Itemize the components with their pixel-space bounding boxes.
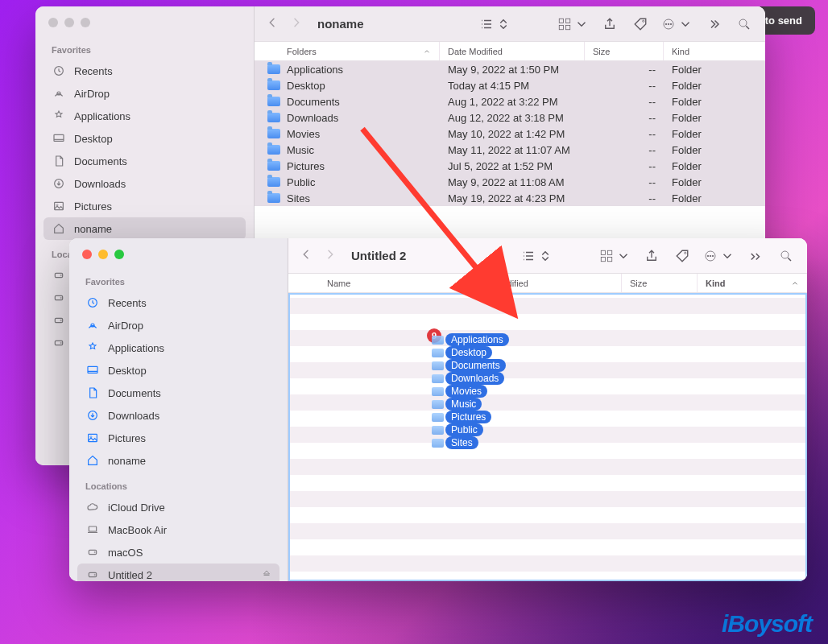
- file-kind: Folder: [664, 112, 765, 124]
- drag-item: Music: [432, 398, 482, 411]
- table-row[interactable]: MusicMay 11, 2022 at 11:07 AM--Folder: [255, 142, 765, 158]
- sidebar-item-noname[interactable]: noname: [77, 449, 279, 472]
- table-row[interactable]: DocumentsAug 1, 2022 at 3:22 PM--Folder: [255, 93, 765, 109]
- col-date[interactable]: Date Modified: [440, 42, 585, 60]
- svg-point-43: [712, 255, 714, 257]
- minimize-button[interactable]: [98, 250, 108, 259]
- sidebar-item-desktop[interactable]: Desktop: [43, 127, 246, 150]
- sidebar-item-label: Pictures: [74, 200, 112, 213]
- folder-icon: [267, 64, 280, 74]
- sidebar-item-documents[interactable]: Documents: [43, 150, 246, 172]
- minimize-button[interactable]: [64, 18, 74, 27]
- close-button[interactable]: [48, 18, 58, 27]
- file-size: --: [585, 80, 664, 92]
- clock-icon: [85, 295, 100, 310]
- drag-item-label: Documents: [445, 359, 506, 372]
- view-list-button[interactable]: [521, 249, 553, 263]
- group-by-button[interactable]: [599, 249, 631, 263]
- table-row[interactable]: DownloadsAug 12, 2022 at 3:18 PM--Folder: [255, 109, 765, 126]
- drag-item: Downloads: [432, 372, 504, 385]
- table-row[interactable]: ApplicationsMay 9, 2022 at 1:50 PM--Fold…: [255, 61, 765, 77]
- svg-rect-17: [566, 25, 570, 29]
- sidebar-item-airdrop[interactable]: AirDrop: [43, 82, 246, 105]
- sidebar-item-pictures[interactable]: Pictures: [43, 195, 246, 217]
- folder-icon: [267, 145, 280, 155]
- watermark: iBoysoft: [722, 610, 812, 638]
- svg-rect-26: [88, 366, 97, 373]
- sidebar-item-untitled-2[interactable]: Untitled 2: [77, 564, 279, 581]
- svg-point-9: [60, 297, 61, 298]
- folder-icon: [432, 361, 444, 370]
- group-by-button[interactable]: [557, 17, 589, 31]
- sidebar-item-applications[interactable]: Applications: [43, 105, 246, 127]
- sidebar-item-noname[interactable]: noname: [43, 217, 246, 240]
- sidebar-item-label: Downloads: [74, 178, 126, 190]
- airdrop-icon: [52, 86, 66, 101]
- sidebar-item-label: Applications: [74, 110, 130, 122]
- close-button[interactable]: [82, 250, 92, 259]
- sidebar-item-applications[interactable]: Applications: [77, 336, 279, 359]
- search-button[interactable]: [735, 14, 754, 34]
- col-size[interactable]: Size: [622, 274, 698, 292]
- col-kind[interactable]: Kind: [698, 274, 807, 292]
- view-list-button[interactable]: [479, 17, 511, 31]
- date-modified: Aug 1, 2022 at 3:22 PM: [440, 96, 585, 108]
- sidebar-item-downloads[interactable]: Downloads: [77, 404, 279, 427]
- table-row[interactable]: DesktopToday at 4:15 PM--Folder: [255, 77, 765, 93]
- sidebar-item-recents[interactable]: Recents: [77, 291, 279, 314]
- favorites-heading: Favorites: [43, 35, 246, 60]
- drag-item: Public: [432, 423, 483, 436]
- col-date[interactable]: te Modified: [477, 274, 622, 292]
- clock-icon: [52, 64, 66, 78]
- svg-point-20: [665, 23, 667, 25]
- share-button[interactable]: [600, 14, 619, 34]
- table-row[interactable]: MoviesMay 10, 2022 at 1:42 PM--Folder: [255, 126, 765, 142]
- action-menu-button[interactable]: [703, 249, 735, 263]
- folder-icon: [267, 113, 280, 122]
- nav-forward-button[interactable]: [290, 16, 303, 32]
- sidebar-item-documents[interactable]: Documents: [77, 382, 279, 404]
- fullscreen-button[interactable]: [81, 18, 90, 27]
- folder-icon: [432, 349, 444, 357]
- sidebar-item-macbook-air[interactable]: MacBook Air: [77, 518, 279, 541]
- sidebar-item-desktop[interactable]: Desktop: [77, 359, 279, 382]
- disk-icon: [85, 568, 100, 581]
- share-button[interactable]: [642, 246, 661, 266]
- file-name: Public: [287, 176, 323, 188]
- sidebar-item-macos[interactable]: macOS: [77, 541, 279, 564]
- file-kind: Folder: [664, 144, 765, 156]
- folder-icon: [267, 97, 280, 106]
- tag-button[interactable]: [673, 246, 692, 266]
- action-menu-button[interactable]: [661, 17, 693, 31]
- sidebar-item-airdrop[interactable]: AirDrop: [77, 314, 279, 336]
- file-list-empty[interactable]: [288, 293, 807, 581]
- col-size[interactable]: Size: [585, 42, 664, 60]
- sidebar-item-recents[interactable]: Recents: [43, 60, 246, 82]
- table-row[interactable]: PicturesJul 5, 2022 at 1:52 PM--Folder: [255, 158, 765, 174]
- col-name[interactable]: Folders: [255, 42, 440, 60]
- nav-forward-button[interactable]: [324, 248, 337, 264]
- col-kind[interactable]: Kind: [664, 42, 765, 60]
- svg-rect-2: [54, 134, 64, 141]
- table-row[interactable]: SitesMay 19, 2022 at 4:23 PM--Folder: [255, 190, 765, 206]
- folder-icon: [267, 193, 280, 203]
- sidebar-item-icloud-drive[interactable]: iCloud Drive: [77, 496, 279, 518]
- sidebar-item-label: Documents: [74, 155, 127, 167]
- folder-icon: [432, 400, 444, 409]
- eject-icon[interactable]: [262, 569, 271, 581]
- file-kind: Folder: [664, 192, 765, 204]
- table-row[interactable]: PublicMay 9, 2022 at 11:08 AM--Folder: [255, 174, 765, 190]
- nav-back-button[interactable]: [300, 248, 313, 264]
- nav-back-button[interactable]: [266, 16, 279, 32]
- sidebar-item-pictures[interactable]: Pictures: [77, 427, 279, 449]
- fullscreen-button[interactable]: [114, 250, 124, 259]
- toolbar: Untitled 2: [288, 238, 807, 274]
- overflow-button[interactable]: [704, 14, 723, 34]
- pic-icon: [85, 431, 100, 445]
- folder-icon: [432, 336, 444, 345]
- sidebar-item-downloads[interactable]: Downloads: [43, 172, 246, 195]
- tag-button[interactable]: [631, 14, 650, 34]
- overflow-button[interactable]: [746, 246, 765, 266]
- search-button[interactable]: [776, 246, 796, 266]
- col-name[interactable]: Name: [288, 274, 477, 292]
